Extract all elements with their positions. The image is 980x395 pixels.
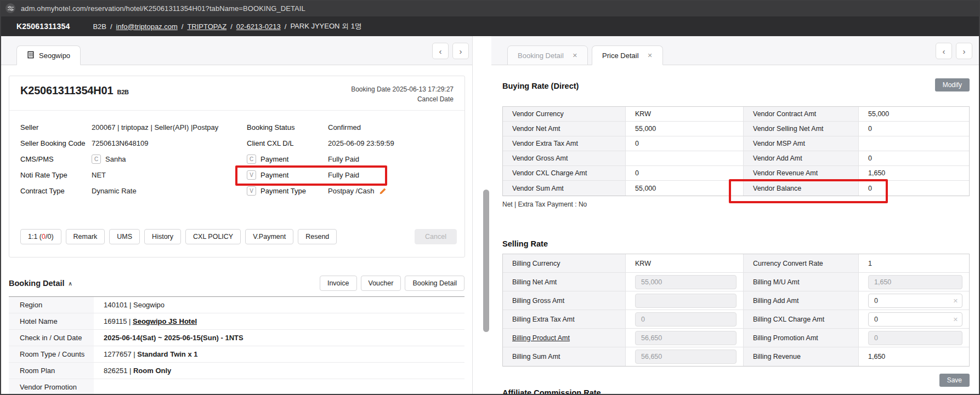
booking-detail-title: Booking Detail ∧ bbox=[9, 279, 72, 288]
hotel-icon bbox=[27, 51, 35, 60]
table-row: Billing Net Amt Billing M/U Amt bbox=[503, 273, 969, 291]
table-row: Billing Product Amt Billing Promotion Am… bbox=[503, 329, 969, 347]
ums-button[interactable]: UMS bbox=[109, 229, 140, 244]
table-row-region: Region 140101 | Seogwipo bbox=[9, 297, 464, 313]
qna-button[interactable]: 1:1 (0/0) bbox=[20, 229, 61, 244]
separator: / bbox=[285, 22, 287, 31]
booking-detail-button[interactable]: Booking Detail bbox=[405, 276, 464, 291]
table-row-vendor-promotion: Vendor Promotion bbox=[9, 379, 464, 395]
edit-pencil-icon[interactable] bbox=[379, 187, 387, 195]
table-row: Vendor Extra Tax Amt0 Vendor MSP Amt bbox=[503, 136, 969, 151]
billing-product-amt-input bbox=[635, 331, 737, 345]
billing-net-amt-input bbox=[635, 275, 737, 289]
table-row: Vendor CurrencyKRW Vendor Contract Amt55… bbox=[503, 107, 969, 122]
left-pane-scrollbar[interactable] bbox=[483, 190, 489, 332]
field-v-payment: VPayment Fully Paid bbox=[247, 167, 454, 183]
voucher-button[interactable]: Voucher bbox=[361, 276, 401, 291]
billing-gross-amt-input bbox=[635, 294, 737, 308]
separator: / bbox=[182, 22, 184, 31]
tab-price-detail[interactable]: Price Detail ✕ bbox=[592, 45, 663, 65]
field-booking-status: Booking Status Confirmed bbox=[247, 119, 454, 135]
table-row: Vendor Net Amt55,000 Vendor Selling Net … bbox=[503, 122, 969, 136]
booking-detail-table: Region 140101 | Seogwipo Hotel Name 1691… bbox=[9, 296, 464, 395]
separator: / bbox=[230, 22, 233, 31]
price-pane: Booking Detail ✕ Price Detail ✕ ‹ › Buyi… bbox=[491, 36, 980, 395]
chevron-left-icon[interactable]: ‹ bbox=[936, 43, 952, 59]
cancel-button: Cancel bbox=[415, 229, 457, 244]
billing-product-amt-link[interactable]: Billing Product Amt bbox=[503, 329, 626, 347]
table-row: Vendor Gross Amt Vendor Add Amt0 bbox=[503, 151, 969, 166]
field-c-payment: CPayment Fully Paid bbox=[247, 151, 454, 167]
seller-company-link[interactable]: TRIPTOPAZ bbox=[187, 22, 226, 31]
billing-add-amt-input[interactable] bbox=[868, 294, 962, 308]
separator: / bbox=[110, 22, 112, 31]
buying-rate-title: Buying Rate (Direct) bbox=[502, 82, 970, 90]
tab-label: Booking Detail bbox=[518, 51, 564, 60]
booking-card-title: K25061311354H01 B2B bbox=[20, 84, 129, 104]
tax-payment-note: Net | Extra Tax Payment : No bbox=[502, 201, 970, 208]
tab-seogwipo[interactable]: Seogwipo bbox=[16, 45, 81, 65]
field-seller: Seller 200067 | triptopaz | Seller(API) … bbox=[20, 119, 247, 135]
field-v-payment-type: VPayment Type Postpay /Cash bbox=[247, 183, 454, 199]
field-seller-booking-code: Seller Booking Code 7250613N648109 bbox=[20, 135, 247, 151]
booking-card: K25061311354H01 B2B Booking Date 2025-06… bbox=[9, 76, 465, 257]
field-contract-type: Contract Type Dynamic Rate bbox=[20, 183, 247, 199]
table-row: Billing Gross Amt Billing Add Amt ✕ bbox=[503, 291, 969, 310]
tab-booking-detail[interactable]: Booking Detail ✕ bbox=[507, 45, 588, 65]
clear-icon[interactable]: ✕ bbox=[953, 297, 958, 304]
site-controls-icon[interactable] bbox=[5, 3, 15, 13]
clear-icon[interactable]: ✕ bbox=[953, 316, 958, 323]
billing-cxl-charge-amt-input[interactable] bbox=[868, 312, 962, 327]
booking-date: Booking Date 2025-06-13 17:29:27 bbox=[351, 84, 454, 94]
invoice-button[interactable]: Invoice bbox=[320, 276, 357, 291]
selling-rate-title: Selling Rate bbox=[502, 239, 970, 248]
save-button[interactable]: Save bbox=[939, 374, 970, 387]
close-icon[interactable]: ✕ bbox=[573, 52, 577, 59]
guest-name: PARK JYYEON 외 1명 bbox=[290, 21, 362, 31]
field-cms-pms: CMS/PMS CSanha bbox=[20, 151, 247, 167]
selling-rate-table: Billing CurrencyKRW Currency Convert Rat… bbox=[502, 254, 970, 367]
booking-pane: Seogwipo ‹ › K25061311354H01 B2B Booking… bbox=[0, 36, 491, 395]
address-url[interactable]: adm.ohmyhotel.com/reservation/hotel/K250… bbox=[21, 4, 305, 13]
buying-rate-table: Vendor CurrencyKRW Vendor Contract Amt55… bbox=[502, 106, 970, 196]
v-payment-button[interactable]: V.Payment bbox=[245, 229, 293, 244]
browser-url-bar: adm.ohmyhotel.com/reservation/hotel/K250… bbox=[0, 0, 980, 16]
cxl-policy-button[interactable]: CXL POLICY bbox=[185, 229, 241, 244]
booking-header-bar: K25061311354 B2B / info@triptopaz.com / … bbox=[0, 16, 980, 36]
remark-button[interactable]: Remark bbox=[66, 229, 105, 244]
modify-button[interactable]: Modify bbox=[935, 78, 970, 91]
billing-mu-amt-input bbox=[868, 275, 962, 289]
chevron-left-icon[interactable]: ‹ bbox=[432, 43, 449, 59]
table-row: Vendor CXL Charge Amt0 Vendor Revenue Am… bbox=[503, 166, 969, 181]
booking-number: K25061311354 bbox=[16, 22, 70, 31]
table-row: Billing Extra Tax Amt Billing CXL Charge… bbox=[503, 310, 969, 329]
chevron-right-icon[interactable]: › bbox=[452, 43, 469, 59]
collapse-caret-icon[interactable]: ∧ bbox=[69, 280, 72, 287]
channel-label: B2B bbox=[93, 22, 106, 31]
table-row: Billing CurrencyKRW Currency Convert Rat… bbox=[503, 254, 969, 273]
chevron-right-icon[interactable]: › bbox=[956, 43, 972, 59]
billing-sum-amt-input bbox=[635, 350, 737, 364]
table-row-vendor-balance: Vendor Sum Amt55,000 Vendor Balance0 bbox=[503, 181, 969, 196]
billing-extra-tax-amt-input bbox=[635, 312, 737, 327]
checkbox-c-icon: C bbox=[247, 154, 256, 164]
resend-button[interactable]: Resend bbox=[298, 229, 337, 244]
hotel-name-link[interactable]: Seogwipo JS Hotel bbox=[133, 317, 197, 325]
affiliate-commission-title: Affiliate Commission Rate bbox=[502, 388, 970, 395]
table-row-hotel-name: Hotel Name 169115 | Seogwipo JS Hotel bbox=[9, 313, 464, 330]
seller-email-link[interactable]: info@triptopaz.com bbox=[116, 22, 178, 31]
seller-phone-link[interactable]: 02-6213-0213 bbox=[236, 22, 281, 31]
tab-label: Price Detail bbox=[602, 51, 638, 60]
tab-label: Seogwipo bbox=[39, 51, 70, 60]
close-icon[interactable]: ✕ bbox=[648, 52, 653, 59]
table-row: Billing Sum Amt Billing Revenue 1,650 bbox=[503, 347, 969, 366]
checkbox-v-icon: V bbox=[247, 186, 256, 196]
checkbox-c-icon: C bbox=[92, 154, 101, 164]
table-row-checkin-out: Check in / Out Date 2025-06-14(Sat) ~ 20… bbox=[9, 330, 464, 346]
checkbox-v-icon: V bbox=[247, 170, 256, 180]
field-noti-rate-type: Noti Rate Type NET bbox=[20, 167, 247, 183]
left-tab-strip: Seogwipo ‹ › bbox=[0, 36, 472, 65]
table-row-room-type: Room Type / Counts 1277657 | Standard Tw… bbox=[9, 346, 464, 363]
history-button[interactable]: History bbox=[144, 229, 181, 244]
table-row-room-plan: Room Plan 826251 | Room Only bbox=[9, 363, 464, 379]
